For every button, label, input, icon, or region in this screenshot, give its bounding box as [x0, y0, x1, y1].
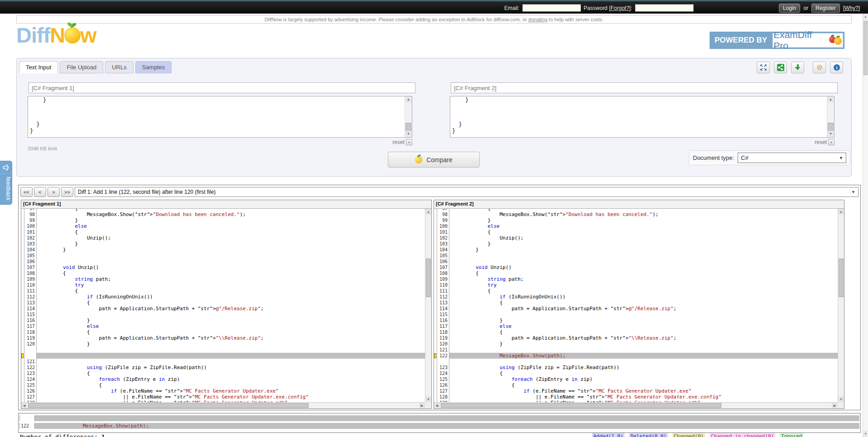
tab-samples[interactable]: Samples — [135, 61, 172, 73]
scroll-right-icon[interactable]: ▶ — [419, 403, 425, 408]
fragment1-title-input[interactable] — [29, 82, 415, 93]
added-line-placeholder — [21, 353, 425, 359]
code-line: 127 || e.FileName == "str">"MC Facts Gen… — [21, 394, 425, 400]
scroll-down-icon[interactable]: ▼ — [405, 131, 412, 137]
code-line: 107 void Unzip() — [434, 264, 838, 270]
code-line: 113 { — [21, 300, 425, 306]
tab-text-input[interactable]: Text Input — [19, 61, 58, 73]
scroll-up-icon[interactable]: ▲ — [405, 96, 412, 103]
fragment2-textarea[interactable]: } } } ▲ ▼ — [450, 96, 835, 138]
diffnow-logo[interactable]: DiffNw — [16, 23, 96, 49]
code-view-left: 97 {98 MessageBox.Show("str">"Download h… — [21, 209, 425, 402]
scroll-up-icon[interactable]: ▲ — [425, 209, 431, 215]
code-line: 108 { — [21, 270, 425, 276]
detail-row: 122 MessageBox.Show(path); — [19, 423, 859, 429]
scroll-down-icon[interactable]: ▼ — [827, 131, 834, 137]
code-line: 99 } — [434, 217, 838, 223]
settings-icon[interactable] — [813, 62, 826, 73]
donating-link[interactable]: donating — [528, 17, 547, 22]
code-line: 126 if (e.FileName == "str">"MC Facts Ge… — [21, 388, 425, 394]
resize-grip-icon[interactable]: ▼ — [828, 139, 835, 145]
code-line — [21, 347, 425, 353]
document-type-label: Document type: — [693, 154, 734, 161]
scroll-down-icon[interactable]: ▼ — [863, 431, 868, 437]
code-line: 99 } — [21, 217, 425, 223]
email-field[interactable] — [522, 4, 581, 12]
feedback-label: feedback — [0, 177, 12, 201]
code-line: 102 Unzip(); — [21, 235, 425, 241]
prev-diff-button[interactable]: < — [34, 187, 46, 197]
feedback-tab[interactable]: feedback — [0, 161, 12, 205]
horizontal-scrollbar[interactable]: ◀ ▶ — [434, 402, 838, 408]
compare-button[interactable]: Compare — [388, 152, 480, 168]
code-line: 118 { — [21, 329, 425, 335]
last-diff-button[interactable]: >> — [61, 187, 73, 197]
fragment1-textarea[interactable]: } } } ▲ ▼ — [28, 96, 412, 138]
document-type-panel: Document type: C# ▼ — [689, 150, 850, 165]
powered-by-banner[interactable]: POWERED BY ExamDiff Pro — [710, 32, 844, 49]
download-icon[interactable] — [791, 62, 804, 73]
code-line: 114 path = Application.StartupPath + "st… — [434, 306, 838, 312]
tab-file-upload[interactable]: File Upload — [60, 61, 103, 73]
detail-row — [19, 415, 859, 421]
expand-view-icon[interactable] — [757, 62, 770, 73]
password-field[interactable] — [635, 4, 694, 12]
diff-select[interactable]: Diff 1: Add 1 line (122, second file) af… — [75, 187, 858, 197]
forgot-link[interactable]: Forgot? — [610, 5, 629, 11]
scroll-up-icon[interactable]: ▲ — [838, 209, 844, 215]
reset-link[interactable]: reset — [815, 139, 827, 145]
svg-text:i: i — [836, 65, 837, 70]
info-icon[interactable]: i — [830, 62, 843, 73]
tab-urls[interactable]: URLs — [105, 61, 134, 73]
code-line: 114 path = Application.StartupPath + "st… — [21, 306, 425, 312]
textarea1-scrollbar[interactable]: ▲ ▼ — [405, 96, 412, 137]
code-line: 105 — [434, 253, 838, 259]
code-line: 121 — [21, 359, 425, 365]
why-link[interactable]: [Why?] — [843, 5, 860, 11]
code-line: 103 } — [434, 241, 838, 247]
code-line: 101 { — [21, 229, 425, 235]
page-scrollbar[interactable]: ▲ ▼ — [863, 14, 868, 437]
vertical-scrollbar[interactable]: ▲ ▼ — [838, 209, 844, 402]
password-label: Password [Forgot?]: — [584, 5, 632, 11]
share-icon[interactable] — [774, 62, 787, 73]
code-line: 106 — [21, 259, 425, 264]
fragment2-title-input[interactable] — [451, 82, 838, 93]
code-line: 106 — [434, 259, 838, 264]
reset-row-right: reset ▼ — [450, 139, 835, 145]
scroll-up-icon[interactable]: ▲ — [863, 14, 868, 20]
scroll-left-icon[interactable]: ◀ — [21, 403, 27, 408]
document-type-select[interactable]: C# ▼ — [738, 153, 846, 163]
scroll-right-icon[interactable]: ▶ — [832, 403, 838, 408]
code-line: 110 try — [21, 282, 425, 288]
reset-row-left: reset ▼ — [28, 139, 412, 145]
examdiff-pro-label: ExamDiff Pro — [773, 29, 826, 51]
register-button[interactable]: Register — [811, 4, 840, 13]
code-line: 112 if (IsRunningOnUnix()) — [21, 294, 425, 300]
diff-marker-icon — [434, 353, 436, 358]
next-diff-button[interactable]: > — [48, 187, 60, 197]
vertical-scrollbar[interactable]: ▲ ▼ — [425, 209, 431, 402]
scroll-down-icon[interactable]: ▼ — [425, 396, 431, 402]
code-line: 105 — [21, 253, 425, 259]
code-line: 100 else — [434, 223, 838, 229]
code-line: 117 else — [434, 323, 838, 329]
resize-grip-icon[interactable]: ▼ — [406, 139, 412, 145]
code-line: 123 { — [21, 370, 425, 376]
horizontal-scrollbar[interactable]: ◀ ▶ — [21, 402, 425, 408]
top-login-bar: Email: Password [Forgot?]: Login or Regi… — [0, 0, 868, 14]
first-diff-button[interactable]: << — [20, 187, 33, 197]
code-line: 107 void Unzip() — [21, 264, 425, 270]
scroll-left-icon[interactable]: ◀ — [434, 403, 440, 408]
code-line: 121 — [434, 347, 838, 353]
added-line: 122 MessageBox.Show(path); — [434, 353, 838, 359]
current-diff-detail: 122 MessageBox.Show(path); — [18, 413, 861, 433]
textarea2-scrollbar[interactable]: ▲ ▼ — [827, 96, 834, 137]
code-line: 119 path = Application.StartupPath + "st… — [434, 335, 838, 341]
login-button[interactable]: Login — [779, 4, 800, 13]
scroll-up-icon[interactable]: ▲ — [827, 96, 834, 103]
code-line: 104 } — [434, 247, 838, 253]
reset-link[interactable]: reset — [392, 139, 405, 145]
legend-item: Deleted(0,0) — [629, 433, 668, 437]
scroll-down-icon[interactable]: ▼ — [838, 396, 844, 402]
